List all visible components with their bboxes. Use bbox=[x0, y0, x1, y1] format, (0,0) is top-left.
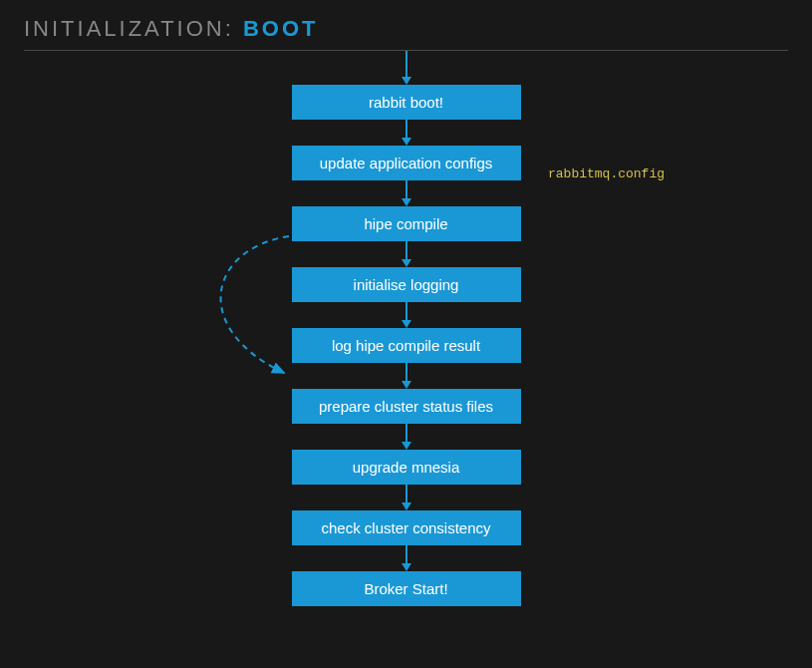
arrow-1 bbox=[402, 120, 411, 146]
arrow-2 bbox=[402, 180, 411, 206]
arrow-3 bbox=[402, 241, 411, 267]
flow-column: rabbit boot! update application configs … bbox=[292, 51, 521, 606]
arrow-6 bbox=[402, 424, 411, 450]
step-upgrade-mnesia: upgrade mnesia bbox=[292, 450, 521, 485]
arrow-5 bbox=[402, 363, 411, 389]
header-prefix: INITIALIZATION: bbox=[24, 16, 234, 41]
step-rabbit-boot: rabbit boot! bbox=[292, 85, 521, 120]
config-annotation: rabbitmq.config bbox=[548, 167, 665, 181]
page-header: INITIALIZATION: BOOT bbox=[0, 0, 812, 50]
step-log-hipe-result: log hipe compile result bbox=[292, 328, 521, 363]
step-check-consistency: check cluster consistency bbox=[292, 510, 521, 545]
step-broker-start: Broker Start! bbox=[292, 571, 521, 606]
step-initialise-logging: initialise logging bbox=[292, 267, 521, 302]
arrow-7 bbox=[402, 485, 411, 510]
header-suffix: BOOT bbox=[243, 16, 319, 41]
dashed-curved-arrow bbox=[189, 228, 299, 388]
step-prepare-cluster: prepare cluster status files bbox=[292, 389, 521, 424]
arrow-initial bbox=[402, 51, 411, 85]
arrow-8 bbox=[402, 545, 411, 571]
step-update-configs: update application configs bbox=[292, 146, 521, 180]
step-hipe-compile: hipe compile bbox=[292, 206, 521, 241]
arrow-4 bbox=[402, 302, 411, 328]
flowchart-container: rabbit boot! update application configs … bbox=[0, 51, 812, 659]
